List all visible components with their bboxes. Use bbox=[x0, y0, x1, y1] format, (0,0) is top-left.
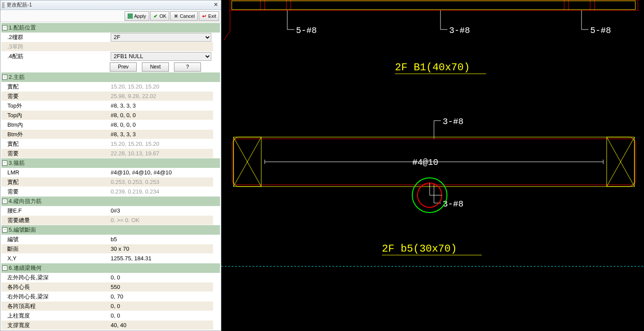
property-value[interactable]: b5 bbox=[109, 235, 213, 244]
property-row: 需要0.239, 0.219, 0.234 bbox=[1, 187, 220, 197]
property-value[interactable]: 2FB1 NULL bbox=[109, 52, 213, 61]
property-label: Btm外 bbox=[1, 130, 109, 139]
property-row: 編號b5 bbox=[1, 235, 220, 244]
property-label: 實配 bbox=[1, 177, 109, 187]
grip-icon bbox=[2, 2, 5, 8]
beam-top-rebar-label: 3-#8 bbox=[443, 117, 463, 127]
property-row: X,Y1255.75, 184.31 bbox=[1, 254, 220, 263]
property-row: 實配15.20, 15.20, 15.20 bbox=[1, 139, 220, 149]
cad-viewport[interactable]: 5-#8 3-#8 5-#8 2F B1(40x70) 3-#8 bbox=[221, 0, 644, 331]
property-value[interactable]: #8, 3, 3, 3 bbox=[109, 101, 213, 110]
prev-button[interactable]: Prev bbox=[110, 62, 137, 72]
cancel-icon bbox=[173, 13, 178, 19]
top-left-label: 5-#8 bbox=[296, 26, 317, 36]
property-row: 斷面30 x 70 bbox=[1, 244, 220, 254]
dialog-title: 更改配筋-1 bbox=[7, 1, 212, 9]
ok-label: OK bbox=[160, 13, 167, 19]
property-value: 15.20, 15.20, 15.20 bbox=[109, 139, 213, 148]
exit-icon bbox=[202, 13, 207, 19]
property-value: 25.98, 9.28, 22.02 bbox=[109, 92, 213, 101]
property-value[interactable]: 2F bbox=[109, 33, 213, 42]
top-right-label: 5-#8 bbox=[590, 26, 611, 36]
svg-rect-0 bbox=[230, 0, 638, 10]
value-select[interactable]: 2FB1 NULL bbox=[111, 52, 211, 61]
section-header[interactable]: −2.主筋 bbox=[1, 72, 220, 82]
property-row: .4配筋2FB1 NULL bbox=[1, 52, 220, 61]
cancel-button[interactable]: Cancel bbox=[170, 11, 197, 21]
nav-row: PrevNext? bbox=[1, 61, 220, 72]
section-header[interactable]: −5.編號斷面 bbox=[1, 225, 220, 235]
property-value[interactable]: #8, 0, 0, 0 bbox=[109, 120, 213, 129]
property-grid[interactable]: −1.配筋位置.2樓群2F.3單跨.4配筋2FB1 NULLPrevNext?−… bbox=[0, 22, 221, 331]
property-value[interactable]: #8, 0, 0, 0 bbox=[109, 111, 213, 120]
section-title: 4.縱向扭力筋 bbox=[9, 197, 42, 205]
apply-button[interactable]: Apply bbox=[125, 11, 149, 21]
property-row: 需要22.28, 10.13, 19.67 bbox=[1, 149, 220, 158]
beam-title-1: 2F B1(40x70) bbox=[395, 62, 470, 73]
collapse-icon[interactable]: − bbox=[2, 265, 7, 271]
section-header[interactable]: −4.縱向扭力筋 bbox=[1, 197, 220, 206]
property-row: 需要總量0. >= 0. OK bbox=[1, 216, 220, 225]
property-row: .3單跨 bbox=[1, 42, 220, 52]
stirrup-label: #4@10 bbox=[412, 157, 438, 167]
property-label: 需要總量 bbox=[1, 216, 109, 225]
property-label: 各跨心長 bbox=[1, 282, 109, 292]
property-label: .2樓群 bbox=[1, 33, 109, 42]
property-value: 15.20, 15.20, 15.20 bbox=[109, 82, 213, 91]
property-value bbox=[109, 42, 213, 51]
property-value: 0.253, 0.253, 0.253 bbox=[109, 177, 213, 187]
collapse-icon[interactable]: − bbox=[2, 227, 7, 233]
next-button[interactable]: Next bbox=[142, 62, 169, 72]
property-label: .3單跨 bbox=[1, 42, 109, 51]
exit-label: Exit bbox=[208, 13, 216, 19]
property-value[interactable]: 0, 70 bbox=[109, 292, 213, 301]
property-row: 右外跨心長,梁深0, 70 bbox=[1, 292, 220, 302]
cancel-label: Cancel bbox=[180, 13, 194, 19]
property-row: .2樓群2F bbox=[1, 33, 220, 42]
value-select[interactable]: 2F bbox=[111, 33, 211, 42]
property-label: 各跨頂高程 bbox=[1, 302, 109, 311]
collapse-icon[interactable]: − bbox=[2, 161, 7, 166]
property-row: 需要25.98, 9.28, 22.02 bbox=[1, 92, 220, 101]
property-label: .4配筋 bbox=[1, 52, 109, 61]
property-row: 實配0.253, 0.253, 0.253 bbox=[1, 177, 220, 187]
collapse-icon[interactable]: − bbox=[2, 75, 7, 80]
property-value[interactable]: 30 x 70 bbox=[109, 244, 213, 253]
property-row: 左外跨心長,梁深0, 0 bbox=[1, 273, 220, 282]
property-label: Top外 bbox=[1, 101, 109, 110]
property-label: 實配 bbox=[1, 82, 109, 91]
section-header[interactable]: −3.箍筋 bbox=[1, 158, 220, 168]
property-value[interactable]: 0, 0 bbox=[109, 273, 213, 282]
help-button[interactable]: ? bbox=[174, 62, 201, 72]
property-value[interactable]: 550 bbox=[109, 282, 213, 292]
property-value[interactable]: 0, 0 bbox=[109, 302, 213, 311]
property-value[interactable]: 0, 0 bbox=[109, 311, 213, 320]
property-value[interactable]: 40, 40 bbox=[109, 321, 213, 330]
property-row: 各跨心長550 bbox=[1, 282, 220, 292]
ok-button[interactable]: OK bbox=[150, 11, 170, 21]
property-value[interactable]: 0#3 bbox=[109, 206, 213, 215]
section-title: 6.連續梁幾何 bbox=[9, 264, 42, 272]
apply-label: Apply bbox=[134, 13, 146, 19]
property-label: 編號 bbox=[1, 235, 109, 244]
collapse-icon[interactable]: − bbox=[2, 25, 7, 30]
property-value[interactable]: 1255.75, 184.31 bbox=[109, 254, 213, 263]
property-row: 腰E.F0#3 bbox=[1, 206, 220, 216]
property-row: 各跨頂高程0, 0 bbox=[1, 302, 220, 311]
check-icon bbox=[153, 13, 158, 19]
section-header[interactable]: −6.連續梁幾何 bbox=[1, 263, 220, 273]
collapse-icon[interactable]: − bbox=[2, 199, 7, 204]
section-header[interactable]: −1.配筋位置 bbox=[1, 23, 220, 33]
exit-button[interactable]: Exit bbox=[199, 11, 219, 21]
property-label: X,Y bbox=[1, 254, 109, 263]
property-row: LMR#4@10, #4@10, #4@10 bbox=[1, 168, 220, 177]
property-value[interactable]: #8, 3, 3, 3 bbox=[109, 130, 213, 139]
apply-icon bbox=[128, 13, 133, 19]
close-icon[interactable]: ✕ bbox=[212, 2, 219, 8]
rebar-edit-dialog: 更改配筋-1 ✕ Apply OK Cancel Exit −1.配筋位置.2樓… bbox=[0, 0, 221, 331]
section-title: 2.主筋 bbox=[9, 73, 25, 81]
dialog-titlebar[interactable]: 更改配筋-1 ✕ bbox=[0, 0, 221, 10]
dialog-toolbar: Apply OK Cancel Exit bbox=[0, 10, 221, 22]
property-value[interactable]: #4@10, #4@10, #4@10 bbox=[109, 168, 213, 177]
property-label: LMR bbox=[1, 168, 109, 177]
